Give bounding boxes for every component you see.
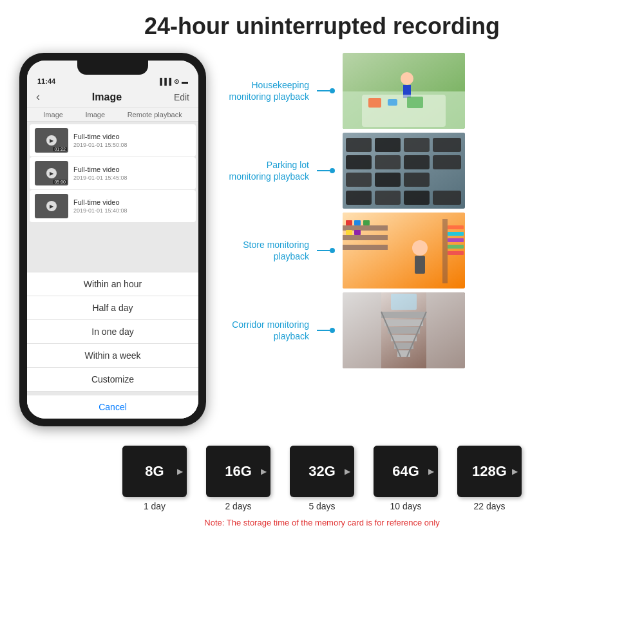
svg-rect-23 [433,191,461,205]
sd-card-arrow-128g: ▶ [512,467,518,476]
sd-card-128g: 128G ▶ 22 days [457,446,522,511]
sd-card-64g: 64G ▶ 10 days [374,446,438,511]
sd-card-size-8g: 8G [145,463,164,480]
svg-rect-30 [363,220,370,225]
video-date-2: 2019-01-01 15:45:08 [73,175,128,181]
video-item-3[interactable]: ▶ Full-time video 2019-01-01 15:40:08 [30,190,196,222]
sd-card-arrow-64g: ▶ [428,467,434,476]
tab-remote-playback[interactable]: Remote playback [128,111,182,118]
svg-rect-11 [404,138,430,152]
svg-rect-39 [448,245,464,249]
monitoring-label-parking: Parking lotmonitoring playback [219,159,309,182]
svg-rect-18 [375,173,401,187]
video-info-1: Full-time video 2019-01-01 15:50:08 [73,133,128,148]
svg-rect-13 [346,155,372,169]
svg-rect-47 [391,335,417,341]
sd-days-128g: 22 days [473,501,505,511]
back-arrow-icon[interactable]: ‹ [36,90,40,104]
svg-rect-10 [375,138,401,152]
svg-rect-31 [346,230,352,235]
monitoring-image-housekeeping [343,53,465,129]
sd-card-8g: 8G ▶ 1 day [122,446,187,511]
main-title: 24-hour uninterrupted recording [144,13,500,40]
video-duration-2: 05:00 [53,180,67,184]
svg-rect-45 [384,319,423,326]
video-thumb-2: ▶ 05:00 [35,161,68,185]
svg-rect-27 [343,245,388,250]
sheet-option-1[interactable]: Within an hour [27,272,198,296]
svg-rect-15 [404,155,430,169]
svg-rect-5 [368,98,381,108]
video-duration-1: 01:22 [53,147,67,151]
nav-edit-button[interactable]: Edit [174,92,189,102]
play-button-3[interactable]: ▶ [46,201,57,211]
monitoring-item-parking: Parking lotmonitoring playback [219,133,625,209]
svg-rect-43 [426,292,465,368]
sheet-option-3[interactable]: In one day [27,320,198,344]
svg-rect-46 [388,327,420,334]
svg-rect-32 [354,230,361,235]
svg-rect-44 [381,312,426,318]
video-thumb-3: ▶ [35,194,68,218]
phone-status-icons: ▐▐▐ ⊙ ▬ [158,78,188,85]
video-title-2: Full-time video [73,166,128,173]
sd-card-size-16g: 16G [225,463,252,480]
sd-cards-row: 8G ▶ 1 day 16G ▶ 2 days 32G ▶ 5 days [122,446,522,511]
monitoring-label-corridor: Corridor monitoringplayback [219,319,309,342]
svg-rect-26 [343,235,388,240]
video-item-2[interactable]: ▶ 05:00 Full-time video 2019-01-01 15:45… [30,157,196,189]
sd-card-body-128g: 128G ▶ [457,446,522,497]
connector-corridor [317,328,335,333]
phone-notch [77,61,148,75]
signal-icon: ▐▐▐ [158,78,171,85]
svg-point-2 [401,72,413,85]
monitoring-item-corridor: Corridor monitoringplayback [219,292,625,368]
monitoring-label-housekeeping: Housekeepingmonitoring playback [219,79,309,102]
tab-image1[interactable]: Image [43,111,63,118]
connector-store [317,248,335,253]
sd-card-body-8g: 8G ▶ [122,446,187,497]
sheet-option-4[interactable]: Within a week [27,344,198,368]
video-item-1[interactable]: ▶ 01:22 Full-time video 2019-01-01 15:50… [30,124,196,156]
sd-card-arrow-8g: ▶ [177,467,183,476]
sheet-cancel-button[interactable]: Cancel [27,392,198,419]
svg-point-33 [412,240,428,256]
svg-rect-37 [448,232,464,236]
phone-nav-bar: ‹ Image Edit [27,88,198,108]
sd-days-16g: 2 days [225,501,251,511]
video-info-2: Full-time video 2019-01-01 15:45:08 [73,166,128,181]
svg-rect-29 [354,220,361,225]
sd-card-size-32g: 32G [308,463,336,480]
phone-screen: 11:44 ▐▐▐ ⊙ ▬ ‹ Image Edit Image Ima [27,61,198,419]
sheet-option-2[interactable]: Half a day [27,296,198,320]
sd-card-size-64g: 64G [392,463,419,480]
svg-rect-17 [346,173,372,187]
sd-days-64g: 10 days [390,501,421,511]
svg-rect-20 [346,191,372,205]
monitoring-image-corridor [343,292,465,368]
video-title-1: Full-time video [73,133,128,140]
sd-days-32g: 5 days [308,501,335,511]
svg-rect-6 [388,99,397,106]
sd-days-8g: 1 day [144,501,166,511]
sd-card-arrow-16g: ▶ [261,467,267,476]
svg-rect-38 [448,238,464,242]
svg-rect-12 [433,138,461,152]
svg-rect-9 [346,138,372,152]
sheet-option-5[interactable]: Customize [27,368,198,392]
svg-rect-52 [391,294,417,310]
video-info-3: Full-time video 2019-01-01 15:40:08 [73,198,128,214]
monitoring-item-housekeeping: Housekeepingmonitoring playback [219,53,625,129]
sd-card-body-64g: 64G ▶ [374,446,438,497]
svg-rect-19 [404,173,430,187]
svg-rect-21 [375,191,401,205]
video-date-3: 2019-01-01 15:40:08 [73,207,128,214]
phone-mockup: 11:44 ▐▐▐ ⊙ ▬ ‹ Image Edit Image Ima [19,53,206,426]
video-thumb-1: ▶ 01:22 [35,128,68,153]
tab-image2[interactable]: Image [85,111,105,118]
sd-card-16g: 16G ▶ 2 days [206,446,270,511]
sd-card-body-32g: 32G ▶ [290,446,354,497]
connector-parking [317,168,335,173]
play-button-2[interactable]: ▶ [46,168,57,178]
play-button-1[interactable]: ▶ [46,135,57,146]
